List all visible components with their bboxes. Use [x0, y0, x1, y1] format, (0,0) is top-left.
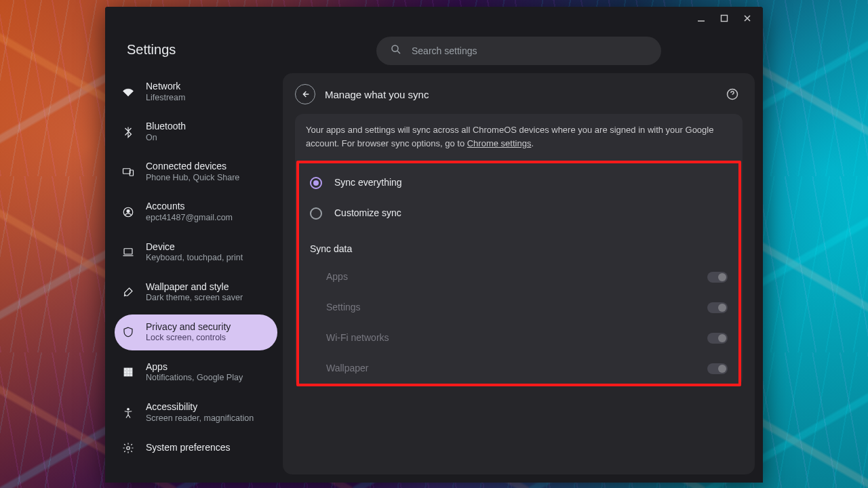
radio-icon [310, 207, 322, 220]
sidebar-item-sub: On [146, 133, 186, 144]
radio-label: Sync everything [334, 176, 402, 190]
sidebar-item-sub: Phone Hub, Quick Share [146, 173, 239, 184]
sync-item-label: Apps [326, 270, 348, 284]
sidebar: Settings NetworkLifestream BluetoothOn C… [105, 30, 283, 483]
brush-icon [121, 285, 135, 299]
svg-point-7 [127, 209, 130, 213]
window-close-button[interactable] [741, 12, 753, 24]
back-button[interactable] [295, 84, 315, 104]
radio-icon [310, 177, 322, 189]
search-placeholder: Search settings [412, 45, 477, 56]
svg-line-21 [397, 51, 400, 54]
sidebar-item-privacy[interactable]: Privacy and securityLock screen, control… [115, 314, 277, 350]
radio-sync-everything[interactable]: Sync everything [306, 167, 732, 198]
sync-info-card: Your apps and settings will sync across … [295, 114, 743, 386]
svg-rect-4 [123, 169, 131, 174]
svg-rect-16 [127, 374, 130, 376]
svg-rect-14 [130, 371, 132, 374]
help-button[interactable] [722, 84, 743, 104]
sidebar-item-connected-devices[interactable]: Connected devicesPhone Hub, Quick Share [115, 154, 277, 190]
highlight-box: Sync everything Customize sync Sync data… [296, 161, 741, 386]
sync-item-settings: Settings [306, 292, 732, 323]
svg-rect-9 [124, 368, 127, 371]
info-text-b: . [531, 138, 534, 148]
radio-label: Customize sync [334, 206, 401, 220]
sidebar-item-network[interactable]: NetworkLifestream [115, 74, 277, 110]
sidebar-item-bluetooth[interactable]: BluetoothOn [115, 114, 277, 150]
svg-rect-11 [130, 368, 132, 371]
account-icon [121, 205, 135, 219]
svg-rect-10 [127, 368, 130, 371]
svg-rect-15 [124, 374, 127, 376]
window-titlebar [105, 7, 763, 30]
svg-point-18 [127, 408, 130, 410]
sidebar-item-device[interactable]: DeviceKeyboard, touchpad, print [115, 235, 277, 270]
app-title: Settings [115, 38, 277, 70]
window-minimize-button[interactable] [695, 12, 707, 24]
accessibility-icon [121, 406, 135, 420]
devices-icon [121, 165, 135, 179]
sidebar-item-sub: Screen reader, magnification [146, 413, 254, 424]
laptop-icon [121, 245, 135, 259]
svg-rect-12 [124, 371, 127, 374]
svg-rect-1 [722, 16, 728, 22]
sidebar-item-label: Apps [146, 361, 243, 373]
svg-point-20 [392, 45, 398, 52]
sync-item-wallpaper: Wallpaper [306, 353, 732, 384]
toggle-disabled [707, 272, 728, 283]
sync-item-apps: Apps [306, 262, 732, 292]
sync-data-header: Sync data [306, 228, 732, 262]
svg-rect-13 [127, 371, 130, 374]
main-panel: Manage what you sync Your apps and setti… [283, 73, 755, 474]
sidebar-item-sub: Dark theme, screen saver [146, 293, 243, 304]
sidebar-item-sub: Lock screen, controls [146, 333, 231, 344]
sidebar-item-accounts[interactable]: Accountsepct41487@gmail.com [115, 194, 277, 230]
sidebar-item-label: System preferences [146, 442, 231, 454]
sidebar-item-sub: epct41487@gmail.com [146, 213, 233, 224]
sidebar-item-wallpaper[interactable]: Wallpaper and styleDark theme, screen sa… [115, 274, 277, 310]
toggle-disabled [707, 302, 728, 313]
sidebar-item-label: Accessibility [146, 401, 254, 413]
chrome-settings-link[interactable]: Chrome settings [467, 138, 532, 148]
bluetooth-icon [121, 125, 135, 139]
svg-rect-17 [130, 374, 132, 376]
search-icon [390, 43, 402, 58]
sidebar-item-accessibility[interactable]: AccessibilityScreen reader, magnificatio… [115, 394, 277, 430]
shield-icon [121, 325, 135, 339]
window-maximize-button[interactable] [718, 12, 730, 24]
svg-point-19 [127, 447, 130, 450]
sidebar-item-label: Device [146, 241, 243, 253]
sidebar-item-sub: Keyboard, touchpad, print [146, 253, 243, 264]
sidebar-item-system[interactable]: System preferences [115, 434, 277, 462]
sidebar-item-sub: Notifications, Google Play [146, 373, 243, 384]
gear-icon [121, 441, 135, 455]
sidebar-item-label: Network [146, 81, 185, 93]
sidebar-item-label: Privacy and security [146, 321, 231, 333]
toggle-disabled [707, 333, 728, 344]
toggle-disabled [707, 363, 728, 374]
sync-item-label: Wi-Fi networks [326, 331, 389, 345]
sidebar-item-sub: Lifestream [146, 93, 185, 104]
sidebar-item-label: Bluetooth [146, 121, 186, 133]
page-title: Manage what you sync [325, 89, 429, 100]
settings-window: Settings NetworkLifestream BluetoothOn C… [105, 7, 763, 483]
sidebar-item-label: Connected devices [146, 161, 239, 173]
sync-item-label: Settings [326, 300, 361, 314]
wifi-icon [121, 85, 135, 99]
sidebar-item-apps[interactable]: AppsNotifications, Google Play [115, 354, 277, 390]
search-input[interactable]: Search settings [376, 37, 661, 65]
sidebar-item-label: Wallpaper and style [146, 281, 243, 293]
sync-item-wifi: Wi-Fi networks [306, 323, 732, 353]
radio-customize-sync[interactable]: Customize sync [306, 198, 732, 228]
sidebar-item-label: Accounts [146, 201, 233, 213]
apps-grid-icon [121, 365, 135, 379]
svg-rect-8 [124, 249, 132, 254]
sync-item-label: Wallpaper [326, 361, 369, 375]
